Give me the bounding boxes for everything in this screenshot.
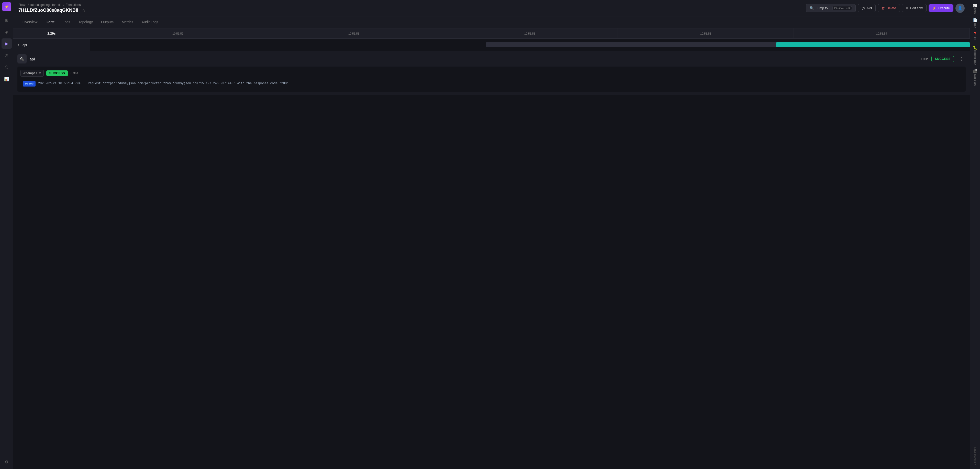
- right-sidebar-get-demo[interactable]: 🎬 Get a demo: [970, 68, 980, 87]
- api-button[interactable]: ⟨/⟩ API: [858, 4, 876, 12]
- sidebar-item-dashboard[interactable]: ⊞: [2, 15, 12, 25]
- timeline-start-label: 2.29s: [13, 32, 90, 35]
- breadcrumb-tutorial[interactable]: tutorial.getting-started1: [30, 3, 62, 6]
- search-icon: 🔍: [810, 6, 814, 10]
- breadcrumb-executions[interactable]: Executions: [66, 3, 81, 6]
- timeline-tick-4: 10:53:53: [618, 29, 794, 38]
- task-duration: 1.33s: [920, 57, 929, 61]
- right-sidebar: 📰 News 📄 Docs ❓ Help 🐛 Open an Issue 🎬 G…: [970, 0, 980, 469]
- tab-metrics[interactable]: Metrics: [118, 16, 137, 28]
- right-sidebar-docs[interactable]: 📄 Docs: [970, 17, 980, 30]
- trash-icon: 🗑: [881, 6, 885, 10]
- tab-outputs[interactable]: Outputs: [97, 16, 118, 28]
- help-icon: ❓: [973, 32, 977, 36]
- debug-badge: DEBUG: [23, 81, 35, 86]
- task-detail-header: 🔌 api 1.33s SUCCESS ⋮: [18, 54, 966, 64]
- right-sidebar-open-issue[interactable]: 🐛 Open an Issue: [970, 44, 980, 67]
- version-label: 0.22.0-SNAPSHOT: [974, 445, 976, 467]
- tab-audit-logs[interactable]: Audit Logs: [137, 16, 162, 28]
- sidebar-item-flows[interactable]: ◈: [2, 27, 12, 37]
- sidebar-item-schedules[interactable]: ◷: [2, 50, 12, 61]
- timeline-tick-3: 10:53:53: [442, 29, 618, 38]
- avatar-button[interactable]: 👤: [955, 3, 965, 13]
- timeline-ticks: 10:53:52 10:53:53 10:53:53 10:53:53 10:5…: [90, 29, 970, 38]
- app-logo[interactable]: ⚡: [2, 2, 11, 11]
- timeline-tick-1: 10:53:52: [90, 29, 266, 38]
- more-options-button[interactable]: ⋮: [957, 55, 966, 63]
- flow-id: 7H1LDfZuoO80s8aqGKNBIl: [18, 8, 78, 13]
- log-message: 2025-02-21 10:53:54.794 Request 'https:/…: [38, 81, 288, 86]
- task-name-label: api: [30, 57, 35, 61]
- news-icon: 📰: [973, 3, 977, 8]
- tab-overview[interactable]: Overview: [18, 16, 41, 28]
- keyboard-shortcut: Ctrl/Cmd + K: [832, 6, 852, 10]
- edit-icon: ✏: [906, 6, 908, 10]
- attempt-status-badge: SUCCESS: [46, 70, 68, 76]
- sidebar-item-reports[interactable]: 📊: [2, 74, 12, 84]
- edit-flow-button[interactable]: ✏ Edit flow: [902, 4, 927, 12]
- docs-icon: 📄: [973, 18, 977, 22]
- right-sidebar-news[interactable]: 📰 News: [970, 2, 980, 16]
- tab-gantt[interactable]: Gantt: [41, 16, 58, 28]
- log-line: DEBUG 2025-02-21 10:53:54.794 Request 'h…: [21, 79, 963, 89]
- sidebar-item-plugins[interactable]: ⬡: [2, 62, 12, 72]
- breadcrumb: Flows / tutorial.getting-started1 / Exec…: [18, 3, 86, 6]
- attempt-time: 0.36s: [71, 72, 78, 75]
- execute-button[interactable]: ⚡ Execute: [929, 4, 953, 12]
- api-icon: ⟨/⟩: [862, 6, 865, 10]
- timeline-tick-5: 10:53:54: [794, 29, 970, 38]
- gantt-container: 2.29s 10:53:52 10:53:53 10:53:53 10:53:5…: [13, 29, 970, 469]
- star-icon[interactable]: ☆: [82, 8, 86, 13]
- bug-icon: 🐛: [973, 46, 977, 49]
- attempt-section: Attempt 1 ▾ SUCCESS 0.36s DEBUG 2025-02-…: [18, 67, 966, 92]
- sidebar-item-settings[interactable]: ⚙: [2, 457, 12, 467]
- left-sidebar: ⚡ ⊞ ◈ ▶ ◷ ⬡ 📊 ⚙: [0, 0, 13, 469]
- tab-logs[interactable]: Logs: [59, 16, 75, 28]
- task-icon-large: 🔌: [18, 54, 27, 64]
- task-detail-section: 🔌 api 1.33s SUCCESS ⋮ Attempt 1 ▾ SUCCES…: [13, 51, 970, 95]
- sidebar-item-executions[interactable]: ▶: [2, 38, 12, 49]
- timeline-header: 2.29s 10:53:52 10:53:53 10:53:53 10:53:5…: [13, 29, 970, 39]
- header-actions: 🔍 Jump to... Ctrl/Cmd + K ⟨/⟩ API 🗑 Dele…: [806, 3, 965, 13]
- main-content: Flows / tutorial.getting-started1 / Exec…: [13, 0, 970, 469]
- top-header: Flows / tutorial.getting-started1 / Exec…: [13, 0, 970, 16]
- chevron-toggle[interactable]: ▼: [16, 43, 21, 47]
- timeline-tick-2: 10:53:53: [266, 29, 442, 38]
- gantt-row-api: ▼ api: [13, 39, 970, 51]
- tabs-bar: Overview Gantt Logs Topology Outputs Met…: [13, 16, 970, 29]
- task-status-badge: SUCCESS: [931, 56, 954, 62]
- delete-button[interactable]: 🗑 Delete: [878, 4, 900, 12]
- gantt-timeline-bar: [90, 39, 970, 51]
- right-sidebar-help[interactable]: ❓ Help: [970, 30, 980, 43]
- gantt-row-label: ▼ api: [13, 39, 90, 51]
- jump-to-button[interactable]: 🔍 Jump to... Ctrl/Cmd + K: [806, 4, 856, 12]
- left-sidebar-bottom: ⚙: [2, 457, 12, 467]
- bar-foreground: [776, 42, 970, 47]
- tab-topology[interactable]: Topology: [75, 16, 97, 28]
- api-task-name: api: [22, 43, 27, 47]
- chevron-down-icon: ▾: [39, 71, 41, 75]
- breadcrumb-flows[interactable]: Flows: [18, 3, 26, 6]
- demo-icon: 🎬: [973, 69, 977, 73]
- user-icon: 👤: [958, 6, 963, 11]
- attempt-header: Attempt 1 ▾ SUCCESS 0.36s: [21, 70, 963, 77]
- attempt-selector[interactable]: Attempt 1 ▾: [21, 70, 44, 77]
- execute-icon: ⚡: [932, 6, 936, 10]
